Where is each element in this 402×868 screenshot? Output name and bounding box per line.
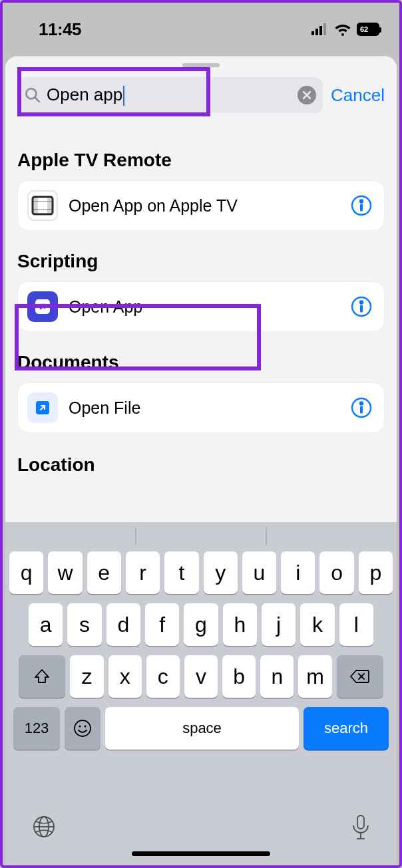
key-space[interactable]: space xyxy=(105,707,299,750)
action-open-app-on-appletv[interactable]: Open App on Apple TV xyxy=(17,180,385,231)
mic-icon[interactable] xyxy=(350,813,371,843)
key-i[interactable]: i xyxy=(281,551,315,594)
key-g[interactable]: g xyxy=(184,603,218,646)
key-k[interactable]: k xyxy=(300,603,334,646)
key-n[interactable]: n xyxy=(260,655,294,698)
key-emoji[interactable] xyxy=(65,707,100,750)
svg-point-26 xyxy=(75,720,91,736)
section-header-scripting: Scripting xyxy=(17,251,385,272)
backspace-icon xyxy=(349,668,371,684)
svg-point-18 xyxy=(360,301,363,303)
cellular-icon xyxy=(311,23,329,35)
svg-rect-2 xyxy=(319,26,322,35)
keyboard-row-4: 123 space search xyxy=(9,707,393,750)
key-123[interactable]: 123 xyxy=(13,707,60,750)
key-d[interactable]: d xyxy=(106,603,140,646)
keyboard: q w e r t y u i o p a s d f g h xyxy=(5,522,397,865)
svg-rect-32 xyxy=(357,815,364,829)
open-app-icon xyxy=(27,291,58,322)
emoji-icon xyxy=(73,718,93,738)
key-e[interactable]: e xyxy=(87,551,121,594)
key-search[interactable]: search xyxy=(303,707,389,750)
sheet-handle[interactable] xyxy=(182,63,220,67)
svg-rect-9 xyxy=(33,197,38,214)
globe-icon[interactable] xyxy=(31,813,57,840)
svg-rect-1 xyxy=(315,29,318,35)
status-time: 11:45 xyxy=(39,19,81,40)
key-c[interactable]: c xyxy=(146,655,180,698)
section-header-appletv: Apple TV Remote xyxy=(17,150,385,171)
key-backspace[interactable] xyxy=(337,655,383,698)
action-open-file[interactable]: Open File xyxy=(17,382,385,433)
key-q[interactable]: q xyxy=(9,551,43,594)
svg-rect-23 xyxy=(360,406,363,414)
key-l[interactable]: l xyxy=(339,603,373,646)
keyboard-suggestions[interactable] xyxy=(5,522,397,550)
key-h[interactable]: h xyxy=(223,603,257,646)
action-label: Open App xyxy=(69,297,340,317)
clear-icon[interactable] xyxy=(298,86,316,104)
wifi-icon xyxy=(334,23,351,36)
battery-icon: 62 xyxy=(357,23,379,36)
status-right: 62 xyxy=(311,23,379,36)
key-j[interactable]: j xyxy=(262,603,296,646)
svg-point-28 xyxy=(84,725,86,727)
key-r[interactable]: r xyxy=(126,551,160,594)
action-open-app[interactable]: Open App xyxy=(17,281,385,332)
cancel-button[interactable]: Cancel xyxy=(331,85,385,106)
svg-point-22 xyxy=(360,402,363,404)
section-header-documents: Documents xyxy=(17,352,385,373)
keyboard-row-1: q w e r t y u i o p xyxy=(9,551,393,594)
key-y[interactable]: y xyxy=(204,551,238,594)
status-bar: 11:45 62 xyxy=(3,3,399,56)
svg-rect-15 xyxy=(360,204,363,212)
action-label: Open App on Apple TV xyxy=(69,196,340,216)
key-f[interactable]: f xyxy=(145,603,179,646)
svg-point-14 xyxy=(360,200,363,202)
key-s[interactable]: s xyxy=(67,603,101,646)
section-header-location: Location xyxy=(17,454,385,476)
search-text[interactable]: Open app xyxy=(47,84,292,106)
key-b[interactable]: b xyxy=(222,655,256,698)
home-indicator[interactable] xyxy=(132,851,270,856)
search-icon xyxy=(24,86,41,104)
keyboard-row-2: a s d f g h j k l xyxy=(9,603,393,646)
svg-rect-0 xyxy=(311,31,314,35)
key-v[interactable]: v xyxy=(184,655,218,698)
svg-rect-3 xyxy=(323,23,326,35)
keyboard-row-3: z x c v b n m xyxy=(9,655,393,698)
info-icon[interactable] xyxy=(351,397,372,418)
key-x[interactable]: x xyxy=(108,655,142,698)
key-p[interactable]: p xyxy=(359,551,393,594)
action-label: Open File xyxy=(69,398,340,418)
search-input[interactable]: Open app xyxy=(17,77,323,113)
key-a[interactable]: a xyxy=(29,603,63,646)
key-z[interactable]: z xyxy=(70,655,103,698)
shift-icon xyxy=(33,668,51,685)
info-icon[interactable] xyxy=(351,296,372,317)
svg-point-27 xyxy=(79,725,81,727)
svg-rect-19 xyxy=(360,305,363,313)
key-o[interactable]: o xyxy=(319,551,353,594)
open-file-icon xyxy=(27,392,58,423)
svg-line-5 xyxy=(35,98,39,102)
key-shift[interactable] xyxy=(19,655,65,698)
key-t[interactable]: t xyxy=(164,551,198,594)
svg-rect-10 xyxy=(47,197,53,214)
key-m[interactable]: m xyxy=(298,655,331,698)
appletv-icon xyxy=(27,190,58,221)
key-u[interactable]: u xyxy=(242,551,276,594)
search-sheet: Open app Cancel Apple TV Remote Open App… xyxy=(5,56,397,865)
key-w[interactable]: w xyxy=(48,551,82,594)
info-icon[interactable] xyxy=(351,195,372,216)
